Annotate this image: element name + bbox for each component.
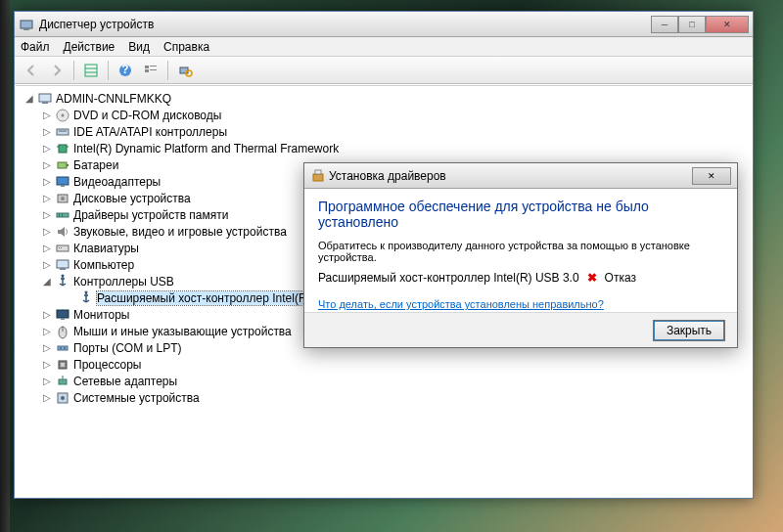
minimize-button[interactable]: ─ [651, 16, 678, 33]
expand-icon[interactable]: ▷ [41, 209, 53, 221]
svg-rect-13 [39, 94, 51, 102]
details-view-button[interactable] [80, 60, 102, 81]
svg-point-16 [62, 113, 65, 116]
menu-help[interactable]: Справка [163, 40, 209, 54]
tree-item-label: Звуковые, видео и игровые устройства [73, 225, 287, 239]
svg-rect-29 [59, 213, 60, 217]
svg-point-37 [85, 290, 88, 293]
svg-rect-2 [85, 65, 97, 76]
tree-item-label: Порты (COM и LPT) [73, 341, 182, 355]
svg-text:?: ? [121, 63, 128, 76]
svg-rect-8 [145, 69, 149, 72]
window-title: Диспетчер устройств [39, 18, 651, 31]
menu-file[interactable]: Файл [21, 40, 50, 54]
forward-button [46, 60, 68, 81]
svg-rect-39 [61, 318, 65, 320]
mem-icon [55, 207, 70, 223]
svg-rect-7 [145, 66, 149, 68]
expand-icon[interactable]: ▷ [41, 392, 53, 404]
expand-icon[interactable]: ▷ [41, 126, 53, 138]
tree-item[interactable]: ▷DVD и CD-ROM дисководы [16, 107, 752, 123]
expand-icon[interactable]: ▷ [41, 326, 53, 337]
expand-icon[interactable]: ▷ [41, 342, 53, 354]
svg-rect-25 [61, 185, 65, 187]
svg-point-36 [62, 274, 65, 277]
dialog-title: Установка драйверов [329, 169, 692, 183]
tree-item-label: Дисковые устройства [73, 192, 191, 205]
tree-item[interactable]: ▷IDE ATA/ATAPI контроллеры [16, 123, 752, 140]
dialog-message: Обратитесь к производителу данного устро… [318, 240, 723, 263]
tree-item-label: Процессоры [73, 358, 142, 372]
installer-icon [310, 168, 326, 184]
tree-item[interactable]: ▷Процессоры [16, 356, 752, 373]
tree-item-label: Драйверы устройств памяти [73, 208, 228, 222]
tree-item-label: IDE ATA/ATAPI контроллеры [73, 125, 227, 139]
tree-item[interactable]: ▷Системные устройства [16, 389, 752, 406]
tree-item[interactable]: ▷Сетевые адаптеры [16, 373, 752, 389]
port-icon [55, 340, 70, 356]
svg-rect-42 [58, 346, 68, 350]
svg-rect-14 [42, 102, 48, 104]
keyboard-icon [55, 241, 70, 256]
menu-action[interactable]: Действие [64, 40, 115, 54]
svg-rect-19 [59, 145, 67, 153]
svg-rect-10 [150, 69, 157, 70]
tree-root-label: ADMIN-CNNLFMKKQ [56, 92, 171, 106]
tree-item[interactable]: ▷Intel(R) Dynamic Platform and Thermal F… [16, 140, 752, 156]
close-button[interactable]: ✕ [706, 16, 749, 33]
svg-point-43 [60, 347, 62, 349]
ide-icon [55, 124, 70, 140]
dialog-device-row: Расширяемый хост-контроллер Intel(R) USB… [318, 271, 723, 285]
expand-icon[interactable]: ▷ [41, 110, 53, 121]
titlebar[interactable]: Диспетчер устройств ─ □ ✕ [15, 12, 753, 37]
expand-icon[interactable]: ▷ [41, 243, 53, 254]
svg-rect-31 [57, 245, 69, 251]
device-name: Расширяемый хост-контроллер Intel(R) USB… [318, 271, 579, 285]
help-button[interactable]: ? [115, 60, 136, 81]
tree-root[interactable]: ◢ ADMIN-CNNLFMKKQ [16, 90, 752, 107]
expand-icon[interactable]: ▷ [41, 376, 53, 387]
dialog-close-button[interactable]: ✕ [692, 167, 731, 185]
expand-icon[interactable]: ▷ [41, 159, 53, 171]
mouse-icon [55, 324, 70, 339]
svg-rect-35 [60, 268, 66, 270]
display-icon [55, 174, 70, 190]
menubar: Файл Действие Вид Справка [15, 37, 753, 57]
expand-icon[interactable]: ▷ [41, 309, 53, 321]
expand-icon[interactable]: ▷ [41, 226, 53, 238]
computer-icon [55, 257, 70, 273]
svg-rect-0 [21, 21, 32, 28]
svg-rect-22 [58, 162, 67, 168]
collapse-icon[interactable]: ◢ [23, 93, 35, 105]
dialog-titlebar[interactable]: Установка драйверов ✕ [304, 163, 737, 189]
computer-icon [37, 91, 53, 107]
scan-hardware-button[interactable] [174, 60, 196, 81]
list-button[interactable] [140, 60, 161, 81]
desktop-taskbar-edge [0, 0, 10, 532]
svg-rect-1 [23, 28, 29, 30]
expand-icon[interactable]: ▷ [41, 143, 53, 155]
chip-icon [55, 141, 70, 156]
device-status: Отказ [605, 271, 636, 285]
svg-rect-51 [313, 174, 323, 181]
expand-icon[interactable]: ◢ [41, 276, 53, 288]
svg-rect-17 [57, 129, 69, 135]
tree-item-label: Мониторы [73, 308, 129, 322]
svg-rect-47 [59, 379, 67, 384]
help-link[interactable]: Что делать, если устройства установлены … [318, 298, 604, 310]
menu-view[interactable]: Вид [128, 40, 150, 54]
close-dialog-button[interactable]: Закрыть [653, 320, 725, 341]
svg-point-50 [61, 396, 65, 400]
svg-rect-23 [67, 164, 69, 166]
tree-item-label: Системные устройства [73, 391, 200, 405]
expand-icon[interactable]: ▷ [41, 359, 53, 371]
maximize-button[interactable]: □ [678, 16, 706, 33]
expand-icon[interactable]: ▷ [41, 259, 53, 271]
battery-icon [55, 157, 70, 173]
expand-icon[interactable]: ▷ [41, 193, 53, 204]
sound-icon [55, 224, 70, 240]
monitor-icon [55, 307, 70, 323]
toolbar: ? [15, 57, 753, 84]
back-button [21, 60, 42, 81]
expand-icon[interactable]: ▷ [41, 176, 53, 188]
